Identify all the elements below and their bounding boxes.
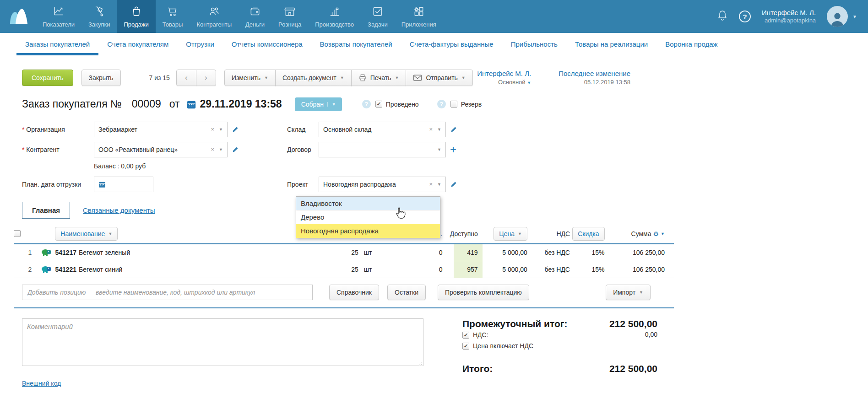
external-code-link[interactable]: Внешний код — [22, 380, 61, 387]
owner-link[interactable]: Интерфейс М. Л. — [477, 69, 531, 78]
ship-date-input[interactable] — [94, 177, 153, 192]
document-datetime[interactable]: 29.11.2019 13:58 — [200, 98, 282, 110]
column-settings-gear-icon[interactable]: ⚙ — [653, 230, 659, 237]
project-label: Проект — [287, 181, 319, 188]
project-select[interactable]: Новогодняя распродажа × ▼ — [319, 177, 446, 192]
subnav-item-customer-returns[interactable]: Возвраты покупателей — [311, 33, 401, 55]
price-column-button[interactable]: Цена▼ — [494, 227, 527, 241]
nav-item-label: Деньги — [245, 21, 265, 28]
clear-icon[interactable]: × — [209, 146, 216, 153]
calendar-icon[interactable] — [186, 99, 196, 109]
nav-item-apps[interactable]: Приложения — [395, 0, 443, 33]
save-button[interactable]: Сохранить — [22, 70, 73, 86]
chevron-down-icon[interactable]: ▼ — [437, 182, 441, 187]
chevron-down-icon[interactable]: ▼ — [437, 127, 441, 132]
nav-item-sales[interactable]: Продажи — [117, 0, 155, 33]
tab-main[interactable]: Главная — [22, 202, 70, 219]
nav-item-tasks[interactable]: Задачи — [361, 0, 395, 33]
sales-icon — [130, 5, 142, 19]
add-contract-icon[interactable]: + — [450, 144, 456, 155]
chevron-down-icon[interactable]: ▼ — [661, 231, 665, 236]
tab-linked-documents[interactable]: Связанные документы — [83, 206, 155, 214]
document-number-field[interactable]: 00009 — [132, 98, 161, 110]
qty-cell: 25 — [293, 266, 358, 273]
add-position-row: Справочник Остатки Проверить комплектаци… — [22, 285, 674, 300]
subnav-item-sales-funnel[interactable]: Воронка продаж — [656, 33, 726, 55]
help-icon[interactable]: ? — [739, 11, 751, 22]
last-change-link[interactable]: Последнее изменение — [559, 69, 630, 78]
nav-item-goods[interactable]: Товары — [156, 0, 190, 33]
avatar[interactable] — [827, 6, 848, 27]
department-selector[interactable]: Основной ▼ — [477, 78, 531, 86]
project-option[interactable]: Владивосток — [296, 197, 440, 210]
name-column-button[interactable]: Наименование▼ — [55, 227, 118, 241]
organization-select[interactable]: Зебрамаркет × ▼ — [94, 122, 228, 137]
notifications-bell-icon[interactable] — [717, 10, 728, 23]
next-record-button[interactable]: › — [196, 70, 216, 86]
subnav-item-customer-orders[interactable]: Заказы покупателей — [16, 33, 98, 55]
user-menu[interactable]: Интерфейс М. Л. admin@apotapkina — [762, 8, 816, 25]
import-button[interactable]: Импорт▼ — [606, 285, 651, 300]
table-row[interactable]: 1 541217Бегемот зеленый 25 шт 0 419 5 00… — [14, 244, 674, 261]
warehouse-label: Склад — [287, 126, 319, 133]
prev-record-button[interactable]: ‹ — [176, 70, 196, 86]
reserve-checkbox[interactable] — [450, 101, 457, 108]
nav-item-production[interactable]: Производство — [308, 0, 361, 33]
chevron-down-icon[interactable]: ▼ — [219, 127, 223, 132]
balance-text: Баланс : 0,00 руб — [94, 162, 265, 172]
chevron-down-icon[interactable]: ▼ — [437, 147, 441, 152]
posted-checkbox[interactable] — [375, 101, 382, 108]
warehouse-select[interactable]: Основной склад × ▼ — [319, 122, 446, 137]
nav-item-metrics[interactable]: Показатели — [36, 0, 81, 33]
moysklad-logo[interactable] — [0, 0, 36, 33]
vat-included-checkbox[interactable] — [462, 343, 469, 350]
chevron-down-icon: ▼ — [108, 231, 112, 236]
clear-icon[interactable]: × — [209, 126, 216, 133]
status-badge[interactable]: Собран ▼ — [295, 97, 342, 111]
user-menu-caret-icon[interactable]: ▼ — [852, 14, 857, 19]
counterparty-select[interactable]: ООО «Реактивный ранец» × ▼ — [94, 142, 228, 157]
app-window: Показатели Закупки Продажи Товары Контра… — [0, 0, 868, 393]
subnav-item-customer-invoices[interactable]: Счета покупателям — [98, 33, 177, 55]
subnav-item-commission-reports[interactable]: Отчеты комиссионера — [223, 33, 311, 55]
create-document-menu-button[interactable]: Создать документ▼ — [275, 70, 352, 86]
subnav-item-shipments[interactable]: Отгрузки — [177, 33, 223, 55]
table-row[interactable]: 2 541221Бегемот синий 25 шт 0 957 5 000,… — [14, 261, 674, 278]
subnav-item-consignment-goods[interactable]: Товары на реализации — [566, 33, 656, 55]
subnav-item-issued-invoices[interactable]: Счета-фактуры выданные — [401, 33, 502, 55]
project-option[interactable]: Новогодняя распродажа — [296, 224, 440, 238]
comment-textarea[interactable] — [22, 318, 423, 366]
close-button[interactable]: Закрыть — [81, 70, 121, 86]
subnav-item-profitability[interactable]: Прибыльность — [502, 33, 566, 55]
edit-pencil-icon[interactable] — [450, 180, 458, 188]
clear-icon[interactable]: × — [427, 126, 434, 133]
check-completeness-button[interactable]: Проверить комплектацию — [438, 285, 529, 300]
discount-cell: 15% — [570, 266, 605, 273]
discount-column-button[interactable]: Скидка — [572, 227, 604, 241]
nav-item-money[interactable]: Деньги — [239, 0, 271, 33]
nav-item-purchases[interactable]: Закупки — [81, 0, 117, 33]
clear-icon[interactable]: × — [427, 181, 434, 188]
print-menu-button[interactable]: Печать▼ — [351, 70, 407, 86]
contract-select[interactable]: ▼ — [319, 142, 446, 157]
edit-pencil-icon[interactable] — [232, 125, 239, 133]
add-position-input[interactable] — [22, 285, 313, 300]
edit-pencil-icon[interactable] — [450, 125, 458, 133]
edit-pencil-icon[interactable] — [232, 145, 239, 153]
posted-flag: Проведено — [375, 101, 419, 108]
reserve-help-icon[interactable]: ? — [437, 100, 446, 108]
vat-checkbox[interactable] — [462, 332, 469, 339]
edit-menu-button[interactable]: Изменить▼ — [224, 70, 276, 86]
posted-help-icon[interactable]: ? — [362, 100, 371, 108]
chevron-down-icon[interactable]: ▼ — [219, 147, 223, 152]
catalog-button[interactable]: Справочник — [329, 285, 379, 300]
stock-button[interactable]: Остатки — [387, 285, 426, 300]
select-all-checkbox[interactable] — [14, 230, 21, 237]
nav-item-label: Контрагенты — [196, 21, 232, 28]
total-value: 212 500,00 — [609, 363, 657, 374]
subnav: Заказы покупателей Счета покупателям Отг… — [0, 33, 868, 55]
send-menu-button[interactable]: Отправить▼ — [406, 70, 472, 86]
nav-item-retail[interactable]: Розница — [271, 0, 308, 33]
project-option[interactable]: Дерево — [296, 210, 440, 224]
nav-item-counterparties[interactable]: Контрагенты — [190, 0, 239, 33]
